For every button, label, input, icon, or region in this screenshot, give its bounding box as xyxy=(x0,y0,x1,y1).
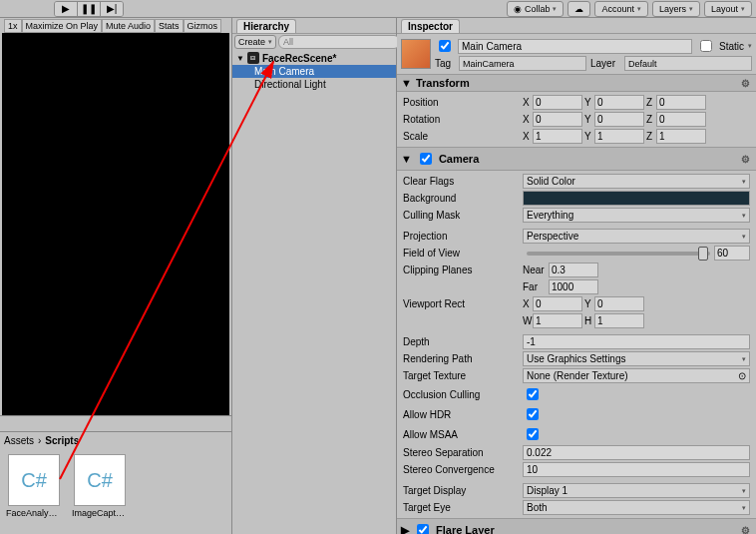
transform-header[interactable]: ▼Transform ⚙ xyxy=(397,74,756,92)
breadcrumb[interactable]: Assets › Scripts xyxy=(0,432,231,448)
near-input[interactable] xyxy=(549,263,598,277)
msaa-checkbox[interactable] xyxy=(527,428,539,440)
game-panel: 1x Maximize On Play Mute Audio Stats Giz… xyxy=(0,18,232,534)
eye-dropdown[interactable]: Both▾ xyxy=(523,500,750,515)
game-view[interactable] xyxy=(2,33,229,415)
account-button[interactable]: Account ▾ xyxy=(594,1,648,17)
camera-header[interactable]: ▼Camera ⚙ xyxy=(397,147,756,171)
inspector-panel: Inspector Static ▾ Tag MainCamera Laye xyxy=(397,18,756,534)
project-panel: Assets › Scripts C# FaceAnalysi... C# Im… xyxy=(0,431,231,534)
game-toolbar: 1x Maximize On Play Mute Audio Stats Giz… xyxy=(0,18,231,33)
step-button[interactable]: ▶| xyxy=(101,2,123,16)
layers-button[interactable]: Layers ▾ xyxy=(652,1,700,17)
hierarchy-search[interactable] xyxy=(278,35,400,49)
csharp-icon: C# xyxy=(8,454,60,506)
script-file[interactable]: C# ImageCaptu... xyxy=(72,454,128,518)
inspector-tab[interactable]: Inspector xyxy=(401,19,460,33)
layer-dropdown[interactable]: Default xyxy=(624,56,752,71)
scale-y[interactable] xyxy=(594,129,644,144)
culling-dropdown[interactable]: Everything▾ xyxy=(523,208,750,223)
flare-enabled[interactable] xyxy=(417,524,429,534)
play-button[interactable]: ▶ xyxy=(55,2,78,16)
rot-x[interactable] xyxy=(533,112,582,127)
stereo-sep-input[interactable] xyxy=(523,445,750,460)
pos-z[interactable] xyxy=(656,95,706,110)
layout-button[interactable]: Layout ▾ xyxy=(704,1,752,17)
playback-controls: ▶ ❚❚ ▶| xyxy=(54,1,124,17)
create-dropdown[interactable]: Create ▾ xyxy=(234,35,276,49)
scripts-crumb[interactable]: Scripts xyxy=(45,435,79,446)
camera-enabled[interactable] xyxy=(420,153,432,165)
scene-row[interactable]: ▼ ⧈ FaceRecScene* xyxy=(232,51,396,65)
active-checkbox[interactable] xyxy=(439,40,451,52)
flare-header[interactable]: ▶Flare Layer ⚙ xyxy=(397,518,756,534)
background-color[interactable] xyxy=(523,191,750,206)
project-toolbar xyxy=(0,415,231,431)
stats-toggle[interactable]: Stats xyxy=(155,19,184,33)
script-file[interactable]: C# FaceAnalysi... xyxy=(6,454,62,518)
fov-slider[interactable] xyxy=(527,252,710,256)
texture-field[interactable]: None (Render Texture)⊙ xyxy=(523,368,750,383)
vp-y[interactable] xyxy=(594,296,644,311)
gear-icon[interactable]: ⚙ xyxy=(741,525,750,535)
gameobject-icon xyxy=(401,39,431,69)
gizmos-toggle[interactable]: Gizmos xyxy=(184,19,222,33)
rot-y[interactable] xyxy=(594,112,644,127)
vp-x[interactable] xyxy=(533,296,582,311)
hierarchy-tab[interactable]: Hierarchy xyxy=(236,19,296,33)
pos-y[interactable] xyxy=(594,95,644,110)
cloud-button[interactable]: ☁ xyxy=(567,1,590,17)
hierarchy-panel: Hierarchy Create ▾ ▼ ⧈ FaceRecScene* Mai… xyxy=(232,18,397,534)
collab-button[interactable]: ◉ Collab ▾ xyxy=(507,1,565,17)
rendering-dropdown[interactable]: Use Graphics Settings▾ xyxy=(523,351,750,366)
clear-flags-dropdown[interactable]: Solid Color▾ xyxy=(523,174,750,189)
depth-input[interactable] xyxy=(523,334,750,349)
hdr-checkbox[interactable] xyxy=(527,408,539,420)
occlusion-checkbox[interactable] xyxy=(527,388,539,400)
vp-h[interactable] xyxy=(594,313,644,328)
fov-input[interactable] xyxy=(714,246,750,261)
assets-crumb[interactable]: Assets xyxy=(4,435,34,446)
stereo-conv-input[interactable] xyxy=(523,462,750,477)
scale-z[interactable] xyxy=(656,129,706,144)
vp-w[interactable] xyxy=(533,313,582,328)
projection-dropdown[interactable]: Perspective▾ xyxy=(523,229,750,244)
far-input[interactable] xyxy=(549,279,598,294)
csharp-icon: C# xyxy=(74,454,126,506)
tag-dropdown[interactable]: MainCamera xyxy=(459,56,586,71)
hierarchy-item-camera[interactable]: Main Camera xyxy=(232,65,396,78)
rot-z[interactable] xyxy=(656,112,706,127)
scale-x[interactable] xyxy=(533,129,582,144)
unity-icon: ⧈ xyxy=(247,52,259,64)
static-checkbox[interactable] xyxy=(700,40,712,52)
hierarchy-item-light[interactable]: Directional Light xyxy=(232,78,396,91)
mute-toggle[interactable]: Mute Audio xyxy=(102,19,155,33)
zoom-field[interactable]: 1x xyxy=(4,19,22,33)
display-dropdown[interactable]: Display 1▾ xyxy=(523,483,750,498)
pos-x[interactable] xyxy=(533,95,582,110)
gear-icon[interactable]: ⚙ xyxy=(741,154,750,165)
gear-icon[interactable]: ⚙ xyxy=(741,78,750,89)
gameobject-name-input[interactable] xyxy=(458,39,692,54)
top-bar: ▶ ❚❚ ▶| ◉ Collab ▾ ☁ Account ▾ Layers ▾ … xyxy=(0,0,756,18)
maximize-toggle[interactable]: Maximize On Play xyxy=(22,19,103,33)
pause-button[interactable]: ❚❚ xyxy=(78,2,101,16)
